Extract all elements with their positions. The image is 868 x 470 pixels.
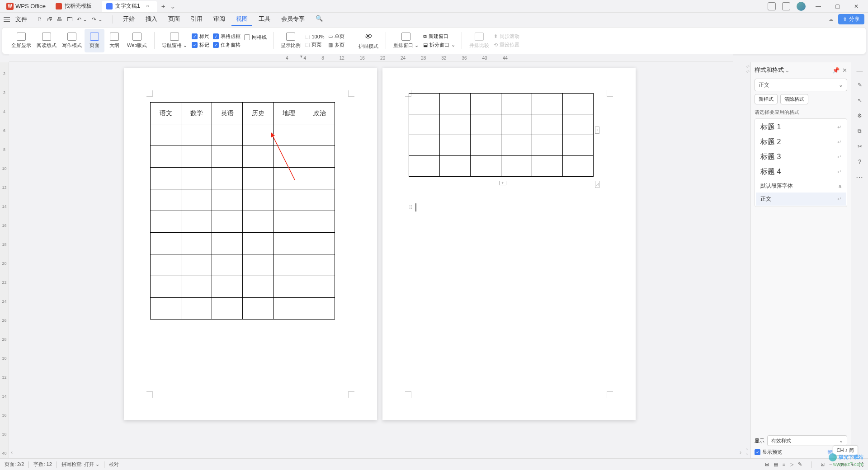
left-indent-marker[interactable]: ▾ — [300, 54, 302, 59]
share-button[interactable]: ⇪ 分享 — [838, 14, 864, 24]
cursor-icon[interactable]: ↖ — [855, 96, 864, 105]
singlepage-button[interactable]: ▭单页 — [326, 33, 346, 40]
arrange-windows-button[interactable]: 重排窗口 ⌄ — [391, 29, 421, 52]
table-header[interactable]: 地理 — [274, 103, 304, 124]
writing-mode-button[interactable]: 写作模式 — [59, 29, 85, 52]
text-cursor-area[interactable]: ⠿ — [409, 203, 416, 212]
search-icon[interactable]: 🔍 — [311, 13, 327, 26]
scroll-chevrons[interactable]: ›› — [746, 446, 748, 456]
clear-format-button[interactable]: 清除格式 — [780, 94, 808, 104]
redo-icon[interactable]: ↷ ⌄ — [92, 16, 102, 23]
focus-icon[interactable]: ✎ — [798, 461, 802, 467]
web-layout-button[interactable]: Web版式 — [124, 29, 150, 52]
status-page[interactable]: 页面: 2/2 — [5, 461, 24, 468]
table-page2[interactable] — [409, 93, 594, 177]
table-header[interactable]: 英语 — [212, 103, 243, 124]
page-2[interactable]: + ◿ + ⠿ — [382, 68, 636, 420]
adjust-icon[interactable]: ⚙ — [855, 111, 864, 120]
chevron-down-icon[interactable]: ⌄ — [785, 67, 790, 74]
table-add-col-handle[interactable]: + — [595, 127, 599, 134]
table-resize-handle[interactable]: ◿ — [595, 181, 599, 188]
pencil-icon[interactable]: ✎ — [855, 80, 864, 89]
style-body[interactable]: 正文↵ — [756, 193, 846, 206]
task-pane-checkbox[interactable]: ✓任务窗格 — [211, 42, 242, 48]
status-proof[interactable]: 校对 — [109, 461, 119, 468]
table-dash-checkbox[interactable]: ✓表格虚框 — [211, 33, 242, 40]
cube-icon[interactable] — [782, 2, 790, 10]
tab-document[interactable]: 文字文稿1 — [102, 1, 157, 12]
chevron-down-icon[interactable]: ⌄ — [170, 2, 176, 10]
menu-member[interactable]: 会员专享 — [277, 13, 309, 26]
minimize-panel-button[interactable]: — — [857, 67, 863, 74]
file-menu[interactable]: 文件 — [12, 15, 31, 24]
more-icon[interactable]: ⋯ — [855, 173, 864, 182]
hamburger-icon[interactable] — [4, 17, 10, 22]
table-add-row-handle[interactable]: + — [499, 181, 506, 185]
zoom-button[interactable]: 显示比例 — [278, 29, 303, 52]
menu-insert[interactable]: 插入 — [141, 13, 162, 26]
cloud-icon[interactable]: ☁ — [828, 16, 834, 23]
marks-checkbox[interactable]: ✓标记 — [190, 42, 211, 48]
horizontal-ruler[interactable]: 4 ▾ 4 8 12 16 20 24 28 32 36 40 44 — [9, 54, 733, 61]
maximize-button[interactable]: ▢ — [831, 2, 844, 11]
new-window-button[interactable]: ⧉新建窗口 — [421, 33, 457, 40]
layers-icon[interactable]: ⧉ — [855, 127, 864, 136]
menu-ref[interactable]: 引用 — [186, 13, 207, 26]
new-style-button[interactable]: 新样式 — [755, 94, 778, 104]
pin-icon[interactable]: 📌 — [832, 67, 840, 74]
fit-icon[interactable]: ⊡ — [821, 461, 825, 467]
tab-templates[interactable]: 找稻壳模板 — [51, 1, 100, 12]
tools-icon[interactable]: ✂ — [855, 142, 864, 151]
close-button[interactable]: ✕ — [850, 2, 863, 11]
current-style-select[interactable]: 正文 ⌄ — [755, 79, 847, 91]
menu-page[interactable]: 页面 — [164, 13, 184, 26]
fullscreen-button[interactable]: 全屏显示 — [9, 29, 34, 52]
add-tab-button[interactable]: + ⌄ — [158, 2, 179, 10]
status-spell[interactable]: 拼写检查: 打开 ⌄ — [61, 461, 99, 468]
ruler-checkbox[interactable]: ✓标尺 — [190, 33, 211, 40]
p100-button[interactable]: ⬚100% — [303, 33, 326, 39]
table-header[interactable]: 语文 — [151, 103, 181, 124]
minimize-button[interactable]: — — [812, 2, 825, 11]
pagewidth-button[interactable]: ⬚页宽 — [303, 41, 326, 48]
menu-start[interactable]: 开始 — [118, 13, 139, 26]
paragraph-drag-icon[interactable]: ⠿ — [409, 204, 413, 211]
save-icon[interactable]: 🗋 — [37, 16, 42, 23]
undo-icon[interactable]: ↶ ⌄ — [77, 16, 87, 23]
view-web-icon[interactable]: ≡ — [783, 462, 785, 467]
document-area[interactable]: 语文 数学 英语 历史 地理 政治 — [9, 62, 750, 458]
close-panel-icon[interactable]: ✕ — [842, 67, 847, 74]
vertical-ruler[interactable]: 2246810121416182022242628303234363840424… — [0, 62, 9, 458]
show-styles-select[interactable]: 有效样式 ⌄ — [767, 435, 847, 446]
collapse-chevrons[interactable]: ‹‹ — [748, 63, 750, 73]
menu-review[interactable]: 审阅 — [209, 13, 230, 26]
tablet-mode-icon[interactable] — [768, 2, 776, 10]
table-header[interactable]: 历史 — [243, 103, 274, 124]
help-icon[interactable]: ? — [855, 157, 864, 166]
page-1[interactable]: 语文 数学 英语 历史 地理 政治 — [124, 68, 377, 420]
preview-icon[interactable]: 🗔 — [67, 16, 72, 23]
outline-button[interactable]: 大纲 — [104, 29, 124, 52]
style-heading2[interactable]: 标题 2↵ — [756, 135, 846, 150]
multipage-button[interactable]: ▥多页 — [326, 42, 346, 48]
split-window-button[interactable]: ⬓拆分窗口 ⌄ — [421, 42, 457, 48]
scroll-left-icon[interactable]: ‹ — [11, 449, 13, 456]
reading-layout-button[interactable]: 阅读版式 — [34, 29, 59, 52]
menu-tools[interactable]: 工具 — [254, 13, 275, 26]
page-layout-button[interactable]: 页面 — [85, 29, 104, 52]
table-header[interactable]: 政治 — [304, 103, 335, 124]
view-outline-icon[interactable]: ⊞ — [765, 461, 769, 467]
table-header[interactable]: 数学 — [181, 103, 212, 124]
table-page1[interactable]: 语文 数学 英语 历史 地理 政治 — [150, 102, 335, 320]
eye-care-button[interactable]: 👁护眼模式 — [356, 29, 381, 52]
print-icon[interactable]: 🖶 — [57, 16, 62, 23]
style-heading1[interactable]: 标题 1↵ — [756, 120, 846, 135]
view-page-icon[interactable]: ▤ — [774, 461, 778, 467]
style-heading3[interactable]: 标题 3↵ — [756, 150, 846, 164]
nav-pane-button[interactable]: 导航窗格 ⌄ — [159, 29, 190, 52]
status-words[interactable]: 字数: 12 — [33, 461, 52, 468]
user-avatar[interactable] — [797, 2, 806, 11]
menu-view[interactable]: 视图 — [231, 13, 252, 26]
scroll-right-icon[interactable]: › — [740, 449, 741, 456]
print-preview-icon[interactable]: 🗗 — [47, 16, 52, 23]
